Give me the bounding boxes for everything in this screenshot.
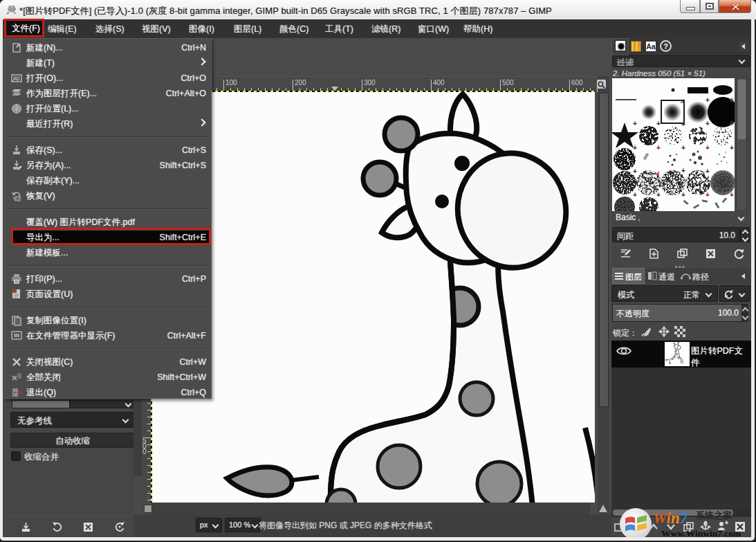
svg-text:+: +: [730, 144, 734, 152]
svg-text:+: +: [633, 168, 637, 175]
svg-text:+: +: [633, 144, 637, 152]
svg-text:+: +: [681, 167, 685, 174]
svg-text:+: +: [681, 120, 685, 128]
svg-text:+: +: [656, 120, 661, 127]
svg-text:+: +: [633, 191, 637, 199]
svg-text:+: +: [730, 191, 734, 199]
svg-text:+: +: [706, 144, 710, 152]
svg-text:+: +: [730, 96, 734, 104]
svg-text:+: +: [633, 120, 637, 127]
svg-text:+: +: [730, 120, 734, 127]
svg-text:+: +: [706, 191, 710, 199]
svg-text:+: +: [656, 191, 661, 199]
svg-text:+: +: [681, 144, 685, 152]
svg-text:+: +: [681, 191, 685, 199]
svg-text:+: +: [706, 120, 710, 127]
svg-text:+: +: [706, 168, 710, 175]
svg-text:+: +: [706, 96, 710, 104]
svg-text:+: +: [656, 144, 661, 152]
